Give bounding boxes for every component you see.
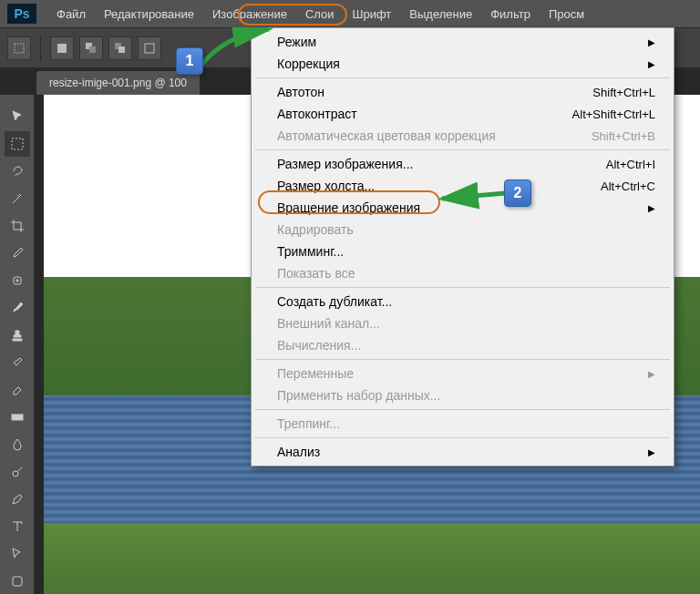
menu-layers[interactable]: Слои: [296, 2, 344, 26]
svg-rect-7: [12, 138, 23, 149]
menu-item-коррекция[interactable]: Коррекция▶: [252, 53, 674, 75]
menu-filter[interactable]: Фильтр: [481, 2, 540, 26]
tools-panel: [0, 95, 35, 594]
app-logo: Ps: [7, 4, 36, 24]
menu-file[interactable]: Файл: [47, 2, 95, 26]
tool-eraser[interactable]: [5, 377, 30, 403]
tool-text[interactable]: [5, 514, 30, 539]
menu-item-автоконтраст[interactable]: АвтоконтрастAlt+Shift+Ctrl+L: [252, 103, 674, 125]
menu-item-размер-изображения-[interactable]: Размер изображения...Alt+Ctrl+I: [252, 153, 674, 175]
tool-brush[interactable]: [5, 295, 30, 321]
svg-rect-9: [12, 415, 23, 420]
annotation-badge-1: 1: [176, 47, 203, 75]
svg-point-10: [13, 471, 18, 476]
marquee-style-3-icon[interactable]: [108, 36, 132, 60]
menubar: Ps Файл Редактирование Изображение Слои …: [0, 0, 700, 27]
menu-type[interactable]: Шрифт: [344, 2, 401, 26]
tool-eyedrop[interactable]: [5, 241, 30, 266]
menu-item-кадрировать: Кадрировать: [252, 219, 674, 241]
svg-rect-11: [13, 577, 22, 586]
tool-stamp[interactable]: [5, 323, 30, 348]
menu-edit[interactable]: Редактирование: [95, 2, 203, 26]
menu-item-вращение-изображения[interactable]: Вращение изображения▶: [252, 197, 674, 219]
menu-item-анализ[interactable]: Анализ▶: [252, 441, 674, 463]
menu-item-автотон[interactable]: АвтотонShift+Ctrl+L: [252, 81, 674, 103]
menu-item-применить-набор-данных-: Применить набор данных...: [252, 384, 674, 406]
tool-crop[interactable]: [5, 213, 30, 239]
submenu-arrow-icon: ▶: [630, 369, 655, 379]
menu-item-внешний-канал-: Внешний канал...: [252, 312, 674, 334]
marquee-style-1-icon[interactable]: [50, 36, 74, 60]
document-tab[interactable]: resize-imige-001.png @ 100: [36, 71, 200, 95]
menu-item-режим[interactable]: Режим▶: [252, 31, 674, 53]
tool-move[interactable]: [5, 104, 30, 129]
menu-item-треппинг-: Треппинг...: [252, 413, 674, 435]
menu-item-тримминг-[interactable]: Тримминг...: [252, 241, 674, 262]
tool-pen[interactable]: [5, 486, 30, 512]
menu-item-показать-все: Показать все: [252, 262, 674, 284]
tool-shape[interactable]: [5, 568, 30, 594]
submenu-arrow-icon: ▶: [630, 203, 655, 213]
svg-rect-6: [145, 44, 154, 53]
tool-history[interactable]: [5, 350, 30, 375]
submenu-arrow-icon: ▶: [630, 447, 655, 457]
menu-item-создать-дубликат-[interactable]: Создать дубликат...: [252, 291, 674, 312]
tool-gradient[interactable]: [5, 405, 30, 430]
tool-wand[interactable]: [5, 186, 30, 211]
menu-item-автоматическая-цветовая-коррекция: Автоматическая цветовая коррекцияShift+C…: [252, 125, 674, 147]
image-menu-dropdown: Режим▶Коррекция▶АвтотонShift+Ctrl+LАвток…: [251, 27, 674, 466]
menu-item-переменные: Переменные▶: [252, 363, 674, 384]
svg-rect-5: [118, 46, 125, 53]
tool-dodge[interactable]: [5, 459, 30, 485]
tool-marquee[interactable]: [5, 131, 30, 157]
menu-image[interactable]: Изображение: [203, 2, 296, 26]
svg-rect-1: [57, 44, 67, 53]
tool-blur[interactable]: [5, 432, 30, 457]
tool-lasso[interactable]: [5, 159, 30, 184]
menu-select[interactable]: Выделение: [400, 2, 481, 26]
tool-preset-icon[interactable]: [7, 36, 31, 60]
submenu-arrow-icon: ▶: [630, 37, 655, 47]
submenu-arrow-icon: ▶: [630, 59, 655, 69]
svg-rect-3: [89, 46, 96, 53]
menu-view[interactable]: Просм: [540, 2, 593, 26]
annotation-badge-2: 2: [504, 179, 531, 207]
marquee-style-2-icon[interactable]: [79, 36, 103, 60]
tool-heal[interactable]: [5, 268, 30, 293]
menu-item-вычисления-: Вычисления...: [252, 334, 674, 356]
tool-path[interactable]: [5, 541, 30, 567]
marquee-style-4-icon[interactable]: [138, 36, 161, 60]
menu-item-размер-холста-[interactable]: Размер холста...Alt+Ctrl+C: [252, 175, 674, 197]
svg-rect-0: [15, 44, 24, 53]
